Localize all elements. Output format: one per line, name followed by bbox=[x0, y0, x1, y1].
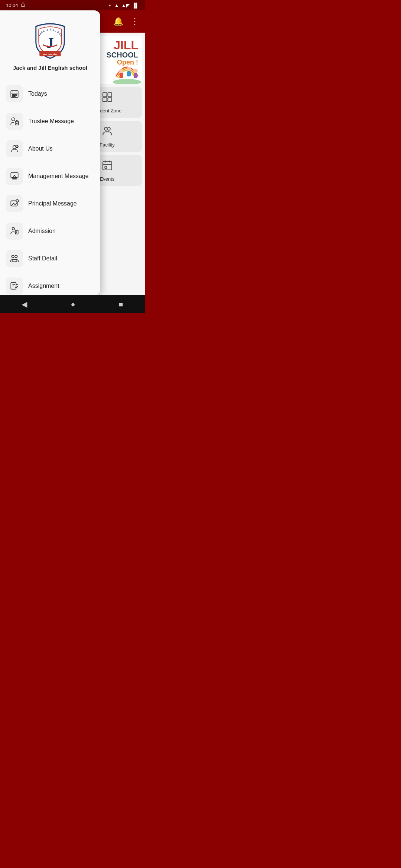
trustee-icon bbox=[10, 116, 19, 126]
bottom-navigation: ◀ ● ■ bbox=[0, 295, 145, 313]
svg-point-33 bbox=[12, 177, 14, 179]
svg-rect-14 bbox=[103, 161, 112, 170]
principal-label: Principal Message bbox=[28, 200, 77, 207]
svg-point-6 bbox=[133, 69, 138, 73]
battery-icon: ▐▌ bbox=[132, 3, 139, 8]
time-display: 10:04 bbox=[6, 3, 18, 8]
events-icon bbox=[101, 160, 113, 174]
svg-line-37 bbox=[13, 177, 14, 177]
recent-button[interactable]: ■ bbox=[110, 297, 132, 312]
svg-rect-15 bbox=[105, 167, 107, 168]
management-icon bbox=[10, 171, 19, 181]
bell-icon[interactable]: 🔔 bbox=[113, 17, 123, 26]
drawer-header: J JACK & JILL SCHOOL ज्ञानम् परमम् ध्येय… bbox=[0, 10, 100, 77]
principal-icon: ! bbox=[10, 199, 19, 208]
management-label: Management Message bbox=[28, 173, 89, 180]
svg-rect-7 bbox=[134, 73, 137, 78]
assignment-icon-wrap bbox=[6, 277, 23, 295]
svg-point-47 bbox=[15, 255, 17, 258]
svg-point-35 bbox=[14, 176, 15, 177]
sidebar-item-admission[interactable]: Admission bbox=[0, 217, 100, 245]
svg-rect-9 bbox=[108, 93, 112, 97]
status-right: ▲ ▲◤ ▐▌ bbox=[107, 3, 139, 8]
todays-icon-wrap bbox=[6, 85, 23, 102]
svg-point-28 bbox=[16, 123, 17, 124]
about-icon: ? bbox=[10, 144, 19, 154]
admission-label: Admission bbox=[28, 228, 56, 234]
about-label: About Us bbox=[28, 145, 53, 152]
svg-point-12 bbox=[104, 127, 107, 130]
sidebar-item-staff-detail[interactable]: Staff Detail bbox=[0, 245, 100, 272]
svg-line-38 bbox=[15, 177, 16, 177]
sidebar-item-trustee-message[interactable]: Trustee Message bbox=[0, 108, 100, 135]
staff-icon-wrap bbox=[6, 250, 23, 267]
svg-rect-21 bbox=[13, 94, 14, 95]
sidebar-item-about-us[interactable]: ? About Us bbox=[0, 135, 100, 162]
svg-rect-5 bbox=[127, 71, 131, 76]
svg-point-13 bbox=[107, 127, 110, 130]
trustee-label: Trustee Message bbox=[28, 118, 74, 125]
staff-label: Staff Detail bbox=[28, 255, 57, 262]
facility-icon bbox=[101, 125, 113, 140]
svg-rect-23 bbox=[16, 94, 17, 95]
school-name-label: Jack and Jill English school bbox=[13, 65, 87, 71]
svg-text:ज्ञानम् परमम् ध्येयम्: ज्ञानम् परमम् ध्येयम् bbox=[43, 53, 57, 56]
events-label: Events bbox=[100, 176, 115, 182]
assignment-label: Assignment bbox=[28, 283, 59, 289]
svg-point-26 bbox=[12, 118, 15, 121]
svg-text:!: ! bbox=[17, 200, 18, 203]
svg-point-34 bbox=[15, 177, 17, 179]
signal-icon: ▲◤ bbox=[121, 3, 130, 8]
hero-jill: JILL bbox=[106, 39, 138, 51]
svg-rect-11 bbox=[108, 98, 112, 102]
svg-rect-3 bbox=[120, 73, 123, 78]
home-button[interactable]: ● bbox=[62, 297, 84, 312]
sidebar-item-todays[interactable]: Todays bbox=[0, 80, 100, 108]
svg-text:J: J bbox=[46, 34, 54, 51]
svg-point-42 bbox=[12, 227, 15, 230]
sidebar-item-assignment[interactable]: Assignment bbox=[0, 272, 100, 295]
principal-icon-wrap: ! bbox=[6, 195, 23, 212]
menu-list: Todays Trustee Message bbox=[0, 77, 100, 295]
kids-illustration bbox=[112, 54, 142, 84]
back-button[interactable]: ◀ bbox=[13, 297, 36, 312]
sidebar-item-principal-message[interactable]: ! Principal Message bbox=[0, 190, 100, 217]
more-icon[interactable]: ⋮ bbox=[131, 17, 139, 26]
calendar-grid-icon bbox=[10, 89, 19, 99]
svg-rect-0 bbox=[21, 4, 25, 6]
svg-rect-24 bbox=[13, 96, 14, 96]
svg-rect-22 bbox=[14, 94, 15, 95]
about-icon-wrap: ? bbox=[6, 140, 23, 157]
navigation-drawer: J JACK & JILL SCHOOL ज्ञानम् परमम् ध्येय… bbox=[0, 10, 100, 295]
sidebar-item-management-message[interactable]: Management Message bbox=[0, 162, 100, 190]
wifi-icon: ▲ bbox=[107, 3, 119, 8]
svg-point-2 bbox=[119, 69, 124, 73]
status-bar: 10:04 ▲ ▲◤ ▐▌ bbox=[0, 0, 145, 10]
svg-text:?: ? bbox=[16, 145, 18, 148]
admission-icon-wrap bbox=[6, 223, 23, 240]
status-left: 10:04 bbox=[6, 2, 26, 9]
svg-point-1 bbox=[113, 79, 141, 84]
svg-rect-10 bbox=[103, 98, 107, 102]
school-logo: J JACK & JILL SCHOOL ज्ञानम् परमम् ध्येय… bbox=[32, 19, 69, 60]
facility-label: Facility bbox=[100, 142, 114, 148]
svg-rect-25 bbox=[14, 96, 15, 96]
todays-label: Todays bbox=[28, 91, 47, 97]
staff-icon bbox=[10, 254, 19, 263]
student-zone-icon bbox=[101, 91, 113, 106]
trustee-icon-wrap bbox=[6, 113, 23, 130]
admission-icon bbox=[10, 226, 19, 236]
management-icon-wrap bbox=[6, 168, 23, 185]
svg-rect-8 bbox=[103, 93, 107, 97]
assignment-icon bbox=[10, 281, 19, 291]
svg-point-46 bbox=[12, 255, 14, 258]
android-icon bbox=[20, 2, 26, 9]
svg-point-4 bbox=[127, 67, 131, 71]
